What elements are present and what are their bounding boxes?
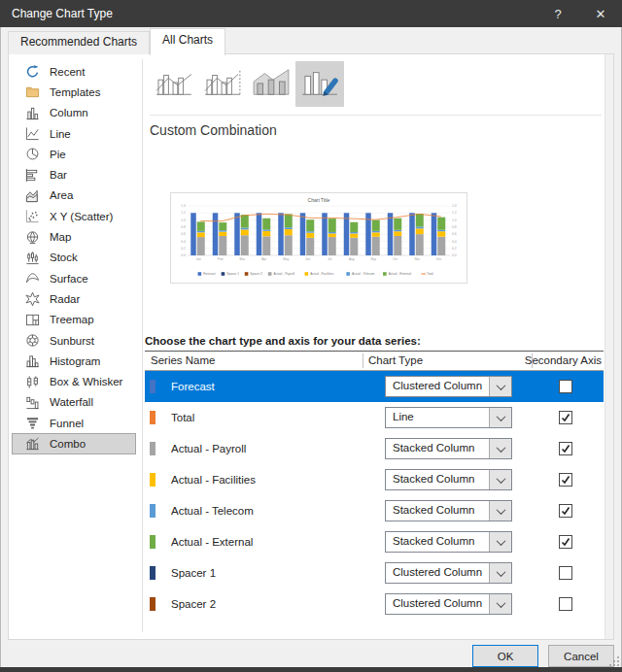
combo-icon	[25, 436, 40, 451]
secondary-axis-checkbox[interactable]	[559, 597, 572, 611]
sidebar-item-label: Treemap	[50, 314, 94, 325]
titlebar: Change Chart Type ? ✕	[0, 0, 622, 27]
chart-preview: Chart Title0.00.00.20.20.40.40.60.60.80.…	[170, 192, 467, 284]
close-button[interactable]: ✕	[579, 0, 622, 27]
chart-type-value: Line	[386, 408, 489, 427]
sidebar-item-templates[interactable]: Templates	[12, 82, 136, 102]
map-icon	[25, 230, 40, 245]
sidebar-item-map[interactable]: Map	[12, 226, 136, 247]
cancel-button[interactable]: Cancel	[548, 645, 614, 667]
secondary-axis-checkbox[interactable]	[559, 380, 572, 393]
subtype-button-clustered-column-line[interactable]	[150, 61, 198, 107]
series-color-swatch	[150, 566, 156, 580]
series-color-swatch	[150, 411, 156, 424]
dropdown-button[interactable]	[489, 532, 511, 552]
change-chart-type-dialog: Change Chart Type ? ✕ Recommended Charts…	[0, 0, 622, 672]
series-color-swatch	[150, 380, 156, 393]
chevron-down-icon	[496, 474, 505, 484]
resize-grip[interactable]	[608, 655, 620, 667]
series-row-actual-external[interactable]: Actual - ExternalStacked Column	[145, 526, 604, 557]
dropdown-button[interactable]	[489, 501, 511, 521]
help-button[interactable]: ?	[536, 0, 579, 27]
chart-type-dropdown[interactable]: Stacked Column	[385, 469, 512, 490]
sidebar-item-recent[interactable]: Recent	[12, 61, 136, 82]
chart-type-dropdown[interactable]: Clustered Column	[385, 562, 512, 584]
sidebar-item-histogram[interactable]: Histogram	[12, 351, 136, 371]
dropdown-button[interactable]	[489, 377, 511, 396]
subtype-heading: Custom Combination	[150, 122, 277, 138]
sidebar-item-treemap[interactable]: Treemap	[12, 310, 136, 330]
tab-recommended-charts[interactable]: Recommended Charts	[8, 31, 150, 54]
chart-type-dropdown[interactable]: Stacked Column	[385, 500, 512, 521]
dropdown-button[interactable]	[489, 408, 511, 427]
secondary-axis-checkbox[interactable]	[559, 566, 572, 580]
clustered-column-line-icon	[154, 67, 194, 101]
treemap-icon	[25, 313, 40, 327]
sidebar-item-sunburst[interactable]: Sunburst	[12, 330, 136, 351]
chart-type-dropdown[interactable]: Clustered Column	[385, 376, 512, 397]
chart-type-dropdown[interactable]: Line	[385, 407, 512, 428]
sidebar-item-label: Column	[50, 107, 88, 118]
series-row-total[interactable]: TotalLine	[145, 402, 604, 433]
series-row-actual-facilities[interactable]: Actual - FacilitiesStacked Column	[145, 464, 604, 495]
dialog-footer: OK Cancel	[472, 645, 614, 667]
chevron-down-icon	[496, 505, 505, 515]
subtype-divider	[150, 115, 602, 116]
subtype-button-custom-combination[interactable]	[295, 61, 344, 107]
dropdown-button[interactable]	[489, 470, 511, 489]
dropdown-button[interactable]	[489, 439, 511, 458]
svg-text:0.8: 0.8	[181, 225, 186, 229]
svg-text:0.8: 0.8	[452, 225, 457, 229]
svg-text:1.0: 1.0	[452, 218, 457, 222]
secondary-axis-checkbox[interactable]	[559, 504, 572, 518]
secondary-axis-checkbox[interactable]	[559, 411, 572, 424]
sidebar-item-funnel[interactable]: Funnel	[12, 413, 136, 433]
secondary-axis-checkbox[interactable]	[559, 535, 572, 549]
chevron-down-icon	[496, 598, 505, 608]
series-row-forecast[interactable]: ForecastClustered Column	[145, 371, 604, 402]
recent-icon	[25, 64, 40, 79]
series-row-actual-payroll[interactable]: Actual - PayrollStacked Column	[145, 433, 604, 464]
chart-type-dropdown[interactable]: Clustered Column	[385, 593, 512, 615]
sidebar-item-line[interactable]: Line	[12, 123, 136, 144]
sidebar-item-column[interactable]: Column	[12, 103, 136, 123]
sidebar-item-stock[interactable]: Stock	[12, 248, 136, 268]
secondary-axis-checkbox[interactable]	[559, 442, 572, 455]
chart-type-dropdown[interactable]: Stacked Column	[385, 438, 512, 459]
series-color-swatch	[150, 504, 156, 518]
subtype-button-stacked-area-column[interactable]	[247, 61, 295, 107]
series-row-spacer-1[interactable]: Spacer 1Clustered Column	[145, 557, 604, 588]
series-color-swatch	[150, 442, 156, 455]
svg-text:0.2: 0.2	[452, 247, 457, 251]
chart-type-sidebar: RecentTemplatesColumnLinePieBarAreaX Y (…	[9, 61, 138, 454]
series-row-spacer-2[interactable]: Spacer 2Clustered Column	[145, 588, 604, 620]
sidebar-item-area[interactable]: Area	[12, 185, 136, 206]
column-header-secondary-axis: Secondary Axis	[525, 354, 602, 366]
sidebar-item-pie[interactable]: Pie	[12, 144, 136, 164]
chevron-down-icon	[496, 536, 505, 546]
chart-type-dropdown[interactable]: Stacked Column	[385, 531, 512, 553]
svg-text:Jun: Jun	[305, 257, 310, 261]
custom-combination-icon	[299, 67, 340, 101]
ok-button[interactable]: OK	[472, 645, 538, 667]
dropdown-button[interactable]	[489, 563, 511, 583]
sidebar-item-x-y-scatter[interactable]: X Y (Scatter)	[12, 206, 136, 226]
combo-chart-preview-svg: Chart Title0.00.00.20.20.40.40.60.60.80.…	[171, 193, 466, 283]
sidebar-item-combo[interactable]: Combo	[12, 433, 136, 454]
clustered-column-line-secondary-icon	[202, 67, 243, 101]
sidebar-item-box-whisker[interactable]: Box & Whisker	[12, 371, 136, 391]
sidebar-item-surface[interactable]: Surface	[12, 268, 136, 288]
series-name: Spacer 1	[171, 567, 216, 579]
chart-type-value: Stacked Column	[386, 470, 489, 489]
sidebar-item-bar[interactable]: Bar	[12, 164, 136, 185]
dropdown-button[interactable]	[489, 594, 511, 614]
series-table: Series Name Chart Type Secondary Axis Fo…	[145, 351, 604, 620]
secondary-axis-checkbox[interactable]	[559, 473, 572, 487]
sidebar-item-radar[interactable]: Radar	[12, 288, 136, 309]
sidebar-item-label: Funnel	[50, 418, 84, 429]
sidebar-item-waterfall[interactable]: Waterfall	[12, 392, 136, 413]
series-row-actual-telecom[interactable]: Actual - TelecomStacked Column	[145, 495, 604, 526]
subtype-button-clustered-column-line-secondary[interactable]	[198, 61, 247, 107]
scrollbar-track[interactable]	[605, 54, 613, 639]
tab-all-charts[interactable]: All Charts	[150, 28, 225, 55]
